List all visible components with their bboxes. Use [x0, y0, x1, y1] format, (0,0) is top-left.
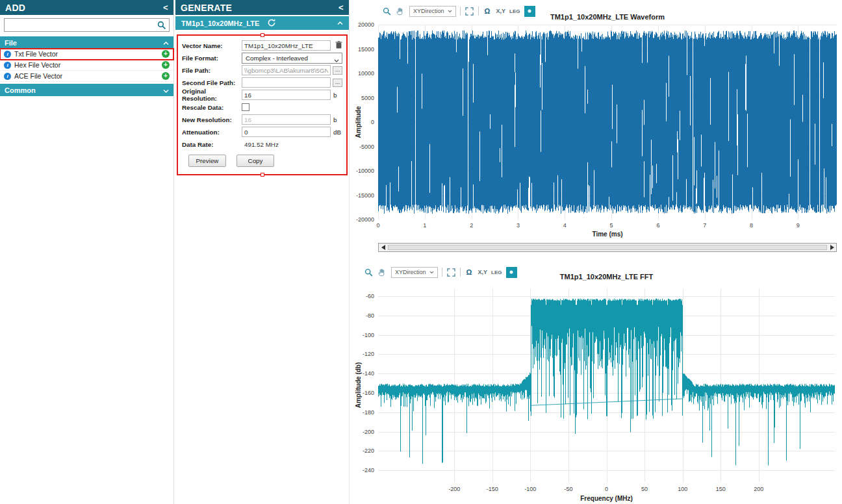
unit-label: dB	[331, 129, 342, 136]
axis-tick-label: -15000	[356, 192, 374, 199]
axis-tick-label: 6	[656, 222, 659, 229]
xy-coordinates-toggle[interactable]: X,Y	[496, 8, 506, 14]
search-row	[0, 15, 173, 36]
generate-panel: GENERATE < TM1p1_10x20MHz_LTE Vector Nam…	[175, 0, 350, 504]
annotation-handle	[261, 33, 264, 37]
fit-view-icon[interactable]	[465, 6, 474, 16]
waveform-plot[interactable]	[378, 25, 837, 220]
search-input[interactable]	[4, 18, 170, 32]
zoom-icon[interactable]	[364, 268, 374, 277]
list-item-hex-file-vector[interactable]: i Hex File Vector +	[0, 60, 173, 71]
list-item-label: Hex File Vector	[14, 61, 60, 69]
form-row-file-format: File Format: Complex - Interleaved	[182, 53, 342, 63]
chart-settings-button[interactable]	[524, 6, 535, 17]
chevron-up-icon	[163, 39, 169, 47]
field-label: New Resolution:	[182, 116, 242, 123]
axis-tick-label: -80	[366, 312, 374, 319]
xy-direction-dropdown[interactable]: XYDirection	[391, 267, 438, 278]
browse-button[interactable]: ...	[333, 79, 342, 87]
xy-direction-label: XYDirection	[413, 8, 444, 14]
field-label: File Format:	[182, 55, 242, 62]
generate-panel-header: GENERATE <	[175, 0, 349, 15]
browse-button[interactable]: ...	[333, 66, 342, 75]
axis-tick-label: 0	[371, 119, 374, 125]
original-resolution-field[interactable]	[242, 90, 331, 100]
zoom-icon[interactable]	[382, 6, 392, 16]
refresh-icon[interactable]	[267, 18, 276, 29]
fit-view-icon[interactable]	[446, 268, 456, 277]
vector-tab[interactable]: TM1p1_10x20MHz_LTE	[175, 16, 349, 30]
chevron-down-icon	[163, 86, 169, 94]
scroll-thumb[interactable]	[388, 245, 827, 250]
second-file-path-field[interactable]	[242, 77, 331, 88]
file-path-field[interactable]	[242, 65, 331, 75]
info-icon[interactable]: i	[4, 62, 11, 69]
form-row-attenuation: Attenuation: dB	[182, 127, 342, 137]
scroll-left-arrow[interactable]	[379, 244, 387, 251]
axis-tick-label: 0	[376, 222, 379, 229]
form-buttons: Preview Copy	[188, 155, 342, 167]
chart-settings-button[interactable]	[506, 267, 517, 278]
axis-tick-label: -180	[363, 409, 374, 416]
chevron-down-icon	[334, 57, 338, 60]
add-plus-icon[interactable]: +	[162, 50, 170, 58]
legend-toggle[interactable]: LEG	[491, 270, 502, 275]
scroll-right-arrow[interactable]	[828, 244, 836, 251]
trash-icon[interactable]	[335, 40, 342, 51]
legend-toggle[interactable]: LEG	[509, 8, 520, 14]
trail-slot: ...	[331, 79, 342, 87]
vector-name-field[interactable]	[242, 40, 331, 51]
axis-tick-label: 8	[750, 222, 753, 229]
collapse-generate-icon[interactable]: <	[338, 3, 344, 12]
add-panel-title: ADD	[5, 3, 25, 13]
file-format-select[interactable]: Complex - Interleaved	[242, 53, 342, 64]
generate-form: Vector Name: File Format: Complex - Inte…	[177, 34, 348, 175]
search-icon[interactable]	[157, 21, 166, 30]
form-row-original-resolution: Original Resolution: b	[182, 90, 342, 100]
xy-direction-dropdown[interactable]: XYDirection	[409, 6, 456, 17]
copy-button[interactable]: Copy	[236, 155, 274, 167]
list-item-ace-file-vector[interactable]: i ACE File Vector +	[0, 71, 173, 82]
fft-x-axis: -200-150-100-50050100150200	[378, 486, 835, 494]
rescale-data-checkbox[interactable]	[242, 103, 249, 111]
pan-icon[interactable]	[396, 6, 405, 16]
add-plus-icon[interactable]: +	[162, 72, 170, 80]
waveform-scrollbar[interactable]	[378, 243, 837, 252]
trail-slot	[331, 40, 342, 51]
axis-tick-label: 50	[641, 486, 648, 492]
section-header-file[interactable]: File	[0, 36, 173, 49]
chart-toolbar: XYDirection Ω X,Y LEG	[382, 5, 535, 17]
attenuation-field[interactable]	[242, 127, 331, 137]
add-panel-header: ADD <	[0, 0, 173, 15]
marker-icon[interactable]: Ω	[465, 268, 474, 277]
axis-tick-label: -100	[524, 486, 536, 492]
marker-icon[interactable]: Ω	[483, 6, 492, 16]
preview-button[interactable]: Preview	[188, 155, 226, 167]
axis-tick-label: 15000	[358, 46, 374, 53]
toolbar-separator	[460, 268, 461, 277]
axis-tick-label: -220	[363, 447, 374, 454]
field-label: Data Rate:	[182, 141, 242, 148]
axis-tick-label: 200	[754, 486, 763, 492]
field-label: Attenuation:	[182, 129, 242, 136]
section-header-common[interactable]: Common	[0, 84, 173, 96]
section-label: File	[5, 39, 17, 47]
fft-plot[interactable]	[378, 288, 835, 482]
form-row-rescale-data: Rescale Data:	[182, 102, 342, 112]
fft-chart: XYDirection Ω X,Y LEG TM1p1_10x20MHz_LTE…	[351, 261, 842, 504]
info-icon[interactable]: i	[4, 73, 11, 80]
fft-x-axis-title: Frequency (MHz)	[378, 495, 835, 502]
add-plus-icon[interactable]: +	[162, 61, 170, 69]
axis-tick-label: 9	[797, 222, 800, 229]
collapse-left-icon[interactable]: <	[163, 3, 168, 12]
list-item-txt-file-vector[interactable]: i Txt File Vector +	[0, 49, 173, 60]
axis-tick-label: -160	[363, 390, 374, 396]
axis-tick-label: -100	[363, 332, 374, 338]
chevron-up-icon[interactable]	[337, 21, 343, 25]
info-icon[interactable]: i	[4, 51, 11, 58]
xy-coordinates-toggle[interactable]: X,Y	[478, 269, 488, 275]
form-row-vector-name: Vector Name:	[182, 40, 342, 51]
axis-tick-label: 3	[517, 222, 520, 229]
pan-icon[interactable]	[377, 268, 387, 277]
axis-tick-label: 150	[716, 486, 726, 492]
